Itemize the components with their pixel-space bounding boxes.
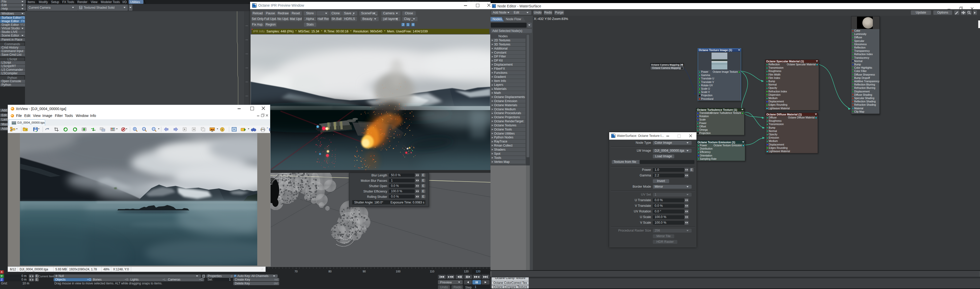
svg-text:2: 2 <box>204 129 204 131</box>
svg-text:1:1: 1:1 <box>143 128 146 130</box>
svg-text:i: i <box>222 128 223 131</box>
